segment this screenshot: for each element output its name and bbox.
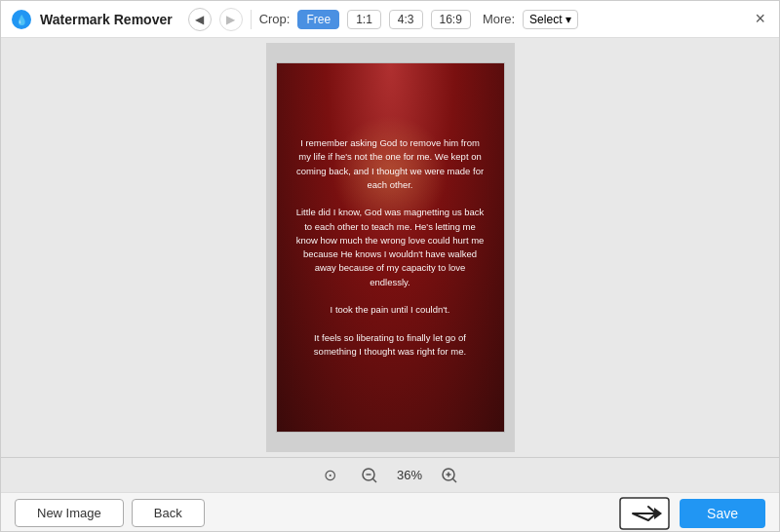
svg-line-4 [372,478,376,482]
crop-label: Crop: [259,12,291,26]
title-bar: 💧 Watermark Remover ◀ ▶ Crop: Free 1:1 4… [1,1,779,38]
zoom-toolbar: ⊙ 36% [1,457,779,492]
select-dropdown[interactable]: Select ▾ [523,10,578,29]
save-button[interactable]: Save [680,499,765,528]
reset-zoom-button[interactable]: ⊙ [319,464,342,487]
zoom-out-icon [361,467,378,484]
separator [251,10,252,29]
crop-1-1-button[interactable]: 1:1 [347,10,381,29]
crop-16-9-button[interactable]: 16:9 [431,10,471,29]
svg-line-8 [452,478,456,482]
app-logo-icon: 💧 [11,9,32,30]
close-button[interactable]: × [751,9,769,29]
canvas-area: I remember asking God to remove him from… [1,38,779,457]
crop-free-button[interactable]: Free [297,10,339,29]
zoom-in-icon [441,467,458,484]
zoom-in-button[interactable] [438,464,461,487]
app-title: Watermark Remover [40,12,173,27]
svg-text:💧: 💧 [16,14,28,26]
back-nav-button[interactable]: ◀ [188,8,212,31]
arrow-right-icon [619,497,670,530]
back-button[interactable]: Back [132,499,205,527]
crop-4-3-button[interactable]: 4:3 [389,10,423,29]
save-area: Save [619,497,765,530]
zoom-level: 36% [397,468,422,482]
image-display: I remember asking God to remove him from… [277,63,504,432]
zoom-out-button[interactable] [358,464,381,487]
new-image-button[interactable]: New Image [15,499,124,527]
select-label: Select [529,13,562,26]
image-text-content: I remember asking God to remove him from… [277,127,504,368]
footer: New Image Back Save [1,492,779,532]
chevron-down-icon: ▾ [566,13,571,26]
image-wrapper: I remember asking God to remove him from… [266,43,515,452]
more-label: More: [483,12,515,26]
forward-nav-button[interactable]: ▶ [219,8,243,31]
image-container: I remember asking God to remove him from… [276,62,505,433]
